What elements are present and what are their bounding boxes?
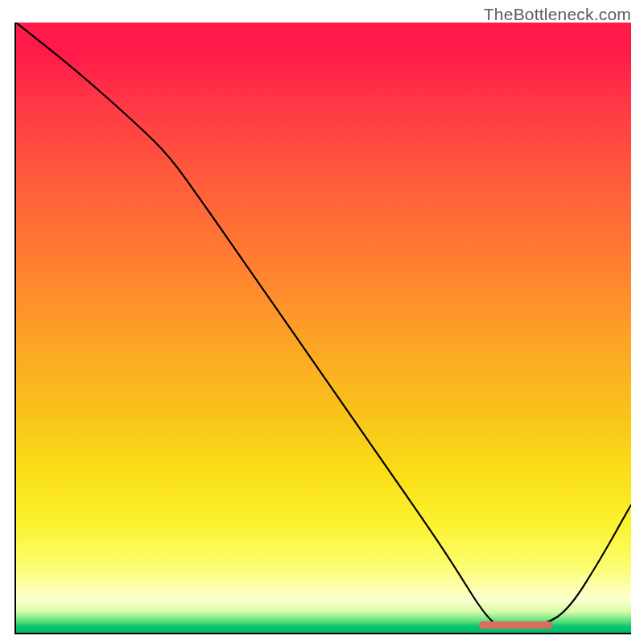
curve-layer — [16, 23, 631, 633]
attribution-label: TheBottleneck.com — [484, 5, 631, 24]
optimal-range-marker — [479, 621, 553, 629]
plot-area — [14, 23, 631, 634]
bottleneck-curve-path — [16, 23, 631, 626]
bottleneck-chart: TheBottleneck.com — [0, 0, 644, 644]
